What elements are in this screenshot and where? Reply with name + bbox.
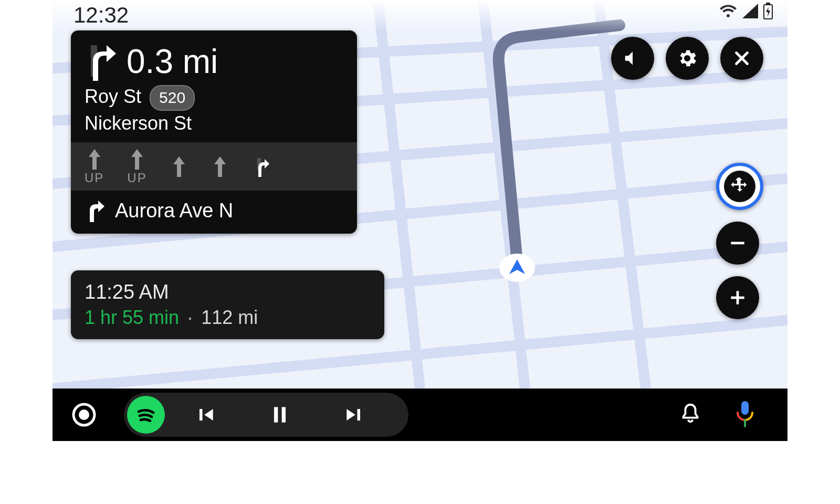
svg-point-19 [79,410,89,420]
previous-track-button[interactable] [171,403,239,426]
svg-rect-20 [274,407,278,422]
zoom-in-button[interactable] [716,276,759,319]
cell-signal-icon [742,4,758,18]
svg-rect-9 [52,0,788,32]
mute-icon [623,48,643,68]
battery-charging-icon [763,3,773,19]
turn-distance: 0.3 mi [127,42,218,81]
status-bar-time: 12:32 [74,3,129,28]
eta-arrival-time: 11:25 AM [85,281,371,303]
mic-icon [734,400,756,427]
svg-rect-22 [741,401,749,415]
eta-card[interactable]: 11:25 AM 1 hr 55 min · 112 mi [71,270,384,339]
next-track-button[interactable] [320,403,388,426]
plus-icon [728,288,748,308]
pause-icon [268,403,291,426]
dest-street-1: Roy St [85,86,141,107]
turn-right-icon [85,41,117,82]
eta-distance: 112 mi [201,307,258,328]
eta-separator: · [187,307,193,328]
close-icon [732,49,751,68]
next-street: Aurora Ave N [115,200,233,222]
pan-button[interactable] [716,163,763,210]
eta-duration: 1 hr 55 min [85,307,179,328]
home-icon [71,402,97,428]
status-bar-icons [719,3,773,19]
next-step-row: Aurora Ave N [71,191,357,234]
minus-icon [728,233,748,253]
gear-icon [676,47,698,69]
route-badge: 520 [150,85,195,111]
navigation-card: 0.3 mi Roy St 520 Nickerson St UP UP Aur… [71,30,357,234]
notifications-button[interactable] [678,402,702,428]
spotify-button[interactable] [127,396,165,434]
svg-rect-17 [737,291,739,304]
media-controls [124,393,408,437]
close-button[interactable] [720,37,763,80]
mute-button[interactable] [611,37,654,80]
svg-rect-12 [766,3,770,5]
bottom-bar [52,388,788,441]
pan-icon [729,176,750,197]
svg-rect-21 [282,407,286,422]
voice-assistant-button[interactable] [734,400,756,429]
skip-next-icon [343,403,366,426]
bell-icon [678,402,702,426]
spotify-icon [133,402,159,427]
skip-previous-icon [194,403,217,426]
dest-street-2: Nickerson St [85,111,343,136]
svg-rect-15 [731,242,744,245]
svg-line-6 [378,0,420,388]
pause-button[interactable] [246,403,314,426]
lane-guidance-row: UP UP [71,142,357,191]
turn-right-small-icon [85,198,106,223]
wifi-icon [719,4,737,18]
settings-button[interactable] [666,37,709,80]
zoom-out-button[interactable] [716,222,759,265]
home-button[interactable] [52,402,116,428]
